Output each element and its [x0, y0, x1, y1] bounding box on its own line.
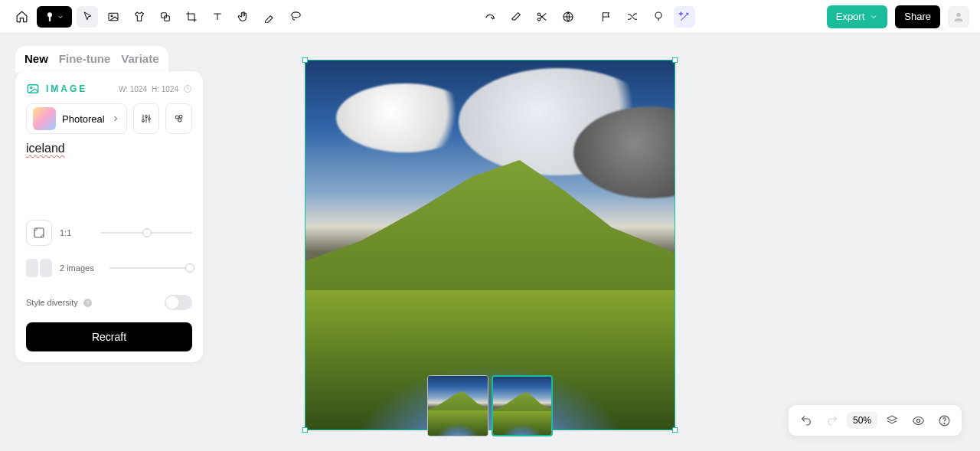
svg-rect-2: [162, 12, 167, 18]
generated-landscape: [305, 60, 675, 430]
svg-point-4: [291, 12, 299, 18]
diversity-label: Style diversity: [26, 298, 78, 307]
hand-tool-icon[interactable]: [233, 6, 254, 28]
svg-point-11: [31, 87, 32, 88]
svg-point-6: [537, 18, 540, 20]
svg-point-15: [178, 119, 181, 122]
recraft-button[interactable]: Recraft: [26, 322, 192, 351]
thumbnail-1[interactable]: [427, 375, 488, 436]
export-button[interactable]: Export: [827, 5, 888, 28]
crop-tool-icon[interactable]: [181, 6, 202, 28]
home-icon[interactable]: [11, 6, 32, 28]
tab-finetune[interactable]: Fine-tune: [59, 52, 111, 65]
dimensions: W: 1024 H: 1024: [119, 84, 192, 93]
svg-point-19: [916, 419, 920, 422]
svg-point-5: [537, 13, 540, 15]
tool-selector[interactable]: [37, 6, 72, 28]
help-circle-icon[interactable]: [933, 409, 956, 432]
stack-tool-icon[interactable]: [155, 6, 176, 28]
mesh-icon[interactable]: [557, 6, 579, 28]
count-icon: [26, 255, 52, 281]
highlighter-tool-icon[interactable]: [259, 6, 280, 28]
chevron-right-icon: [111, 114, 120, 123]
side-panel: New Fine-tune Variate IMAGE W: 1024 H: 1…: [15, 46, 203, 362]
tab-new[interactable]: New: [24, 52, 48, 65]
svg-rect-16: [34, 228, 44, 237]
zoom-level[interactable]: 50%: [847, 412, 877, 429]
count-slider[interactable]: [109, 267, 192, 269]
svg-point-13: [175, 116, 178, 119]
eraser-icon[interactable]: [505, 6, 527, 28]
tab-variate[interactable]: Variate: [121, 52, 158, 65]
resize-handle[interactable]: [672, 57, 678, 63]
toolbar-right-group: Export Share: [827, 5, 969, 28]
undo-icon[interactable]: [795, 409, 818, 432]
ratio-slider[interactable]: [100, 232, 192, 234]
lasso-tool-icon[interactable]: [285, 6, 306, 28]
prompt-input[interactable]: iceland: [26, 142, 192, 211]
thumbnail-2[interactable]: [492, 375, 553, 436]
share-label: Share: [904, 11, 931, 22]
svg-rect-3: [165, 15, 170, 21]
export-label: Export: [836, 11, 865, 22]
text-tool-icon[interactable]: [207, 6, 228, 28]
cursor-tool-icon[interactable]: [77, 6, 98, 28]
resize-handle[interactable]: [302, 427, 308, 433]
palette-button[interactable]: [165, 103, 192, 134]
svg-point-1: [111, 15, 113, 16]
aspect-ratio-icon[interactable]: [26, 220, 52, 246]
svg-point-8: [655, 12, 662, 18]
resize-handle[interactable]: [302, 57, 308, 63]
svg-point-9: [956, 12, 960, 16]
prompt-text: iceland: [26, 142, 65, 155]
share-button[interactable]: Share: [895, 5, 940, 28]
toolbar-center-group: [479, 6, 695, 28]
eye-icon[interactable]: [906, 409, 929, 432]
sliders-button[interactable]: [133, 103, 160, 134]
scissors-icon[interactable]: [531, 6, 553, 28]
model-label: Photoreal: [62, 113, 105, 125]
image-tool-icon[interactable]: [103, 6, 124, 28]
diversity-toggle[interactable]: [165, 295, 192, 310]
resize-handle[interactable]: [672, 427, 678, 433]
bottom-controls: 50%: [789, 405, 962, 436]
top-toolbar: Export Share: [0, 0, 980, 34]
model-thumb: [33, 107, 56, 130]
balloon-icon[interactable]: [648, 6, 669, 28]
model-selector[interactable]: Photoreal: [26, 103, 127, 134]
layers-icon[interactable]: [880, 409, 903, 432]
user-avatar[interactable]: [948, 6, 969, 28]
shuffle-icon[interactable]: [622, 6, 643, 28]
undo-curve-icon[interactable]: [479, 6, 501, 28]
svg-point-21: [943, 423, 944, 423]
svg-text:?: ?: [86, 300, 89, 306]
panel-title: IMAGE: [46, 83, 87, 94]
shirt-tool-icon[interactable]: [129, 6, 150, 28]
help-icon[interactable]: ?: [83, 298, 93, 308]
images-count-label: 2 images: [60, 263, 94, 273]
image-icon: [26, 82, 40, 96]
flag-icon[interactable]: [596, 6, 617, 28]
magic-tool-icon[interactable]: [674, 6, 695, 28]
svg-rect-0: [109, 13, 118, 20]
panel-tabs: New Fine-tune Variate: [15, 46, 168, 73]
svg-point-14: [179, 115, 182, 118]
result-thumbnails: [427, 375, 553, 436]
redo-icon[interactable]: [821, 409, 844, 432]
history-icon[interactable]: [183, 84, 192, 93]
svg-rect-10: [28, 85, 38, 93]
ratio-label: 1:1: [60, 228, 71, 237]
